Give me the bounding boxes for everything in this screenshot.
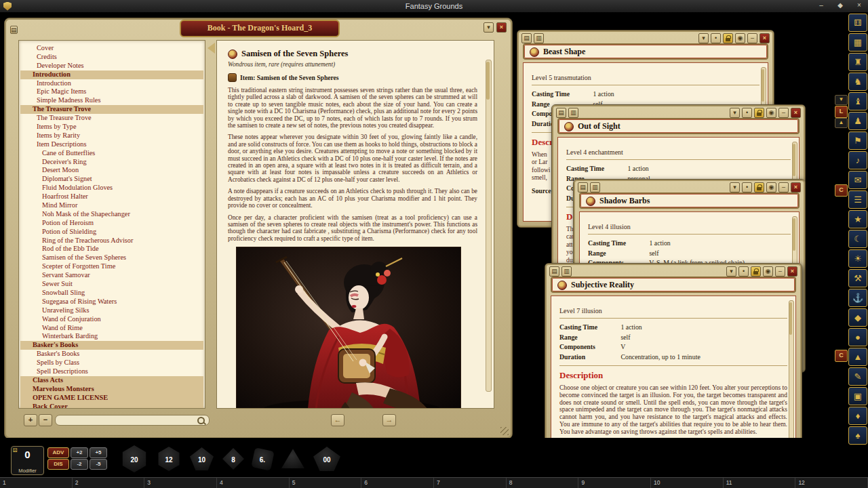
pointers-button[interactable]: ▲: [848, 348, 867, 366]
toc-item[interactable]: Hoarfrost Halter: [19, 192, 205, 201]
combat-tracker-button[interactable]: ●: [848, 328, 867, 346]
plus5-button[interactable]: +5: [90, 447, 107, 458]
treasure-button[interactable]: ♦: [848, 407, 867, 425]
bookmark-icon[interactable]: •: [738, 266, 749, 277]
toc-item[interactable]: Fluid Modulation Gloves: [19, 184, 205, 192]
pin-icon[interactable]: ▾: [730, 182, 740, 192]
sidebar-tab-l[interactable]: L: [835, 106, 848, 118]
hotkey-slot[interactable]: 9: [578, 478, 651, 488]
weather-button[interactable]: ☀: [848, 249, 867, 268]
library-button[interactable]: ☰: [848, 190, 867, 209]
lock-icon[interactable]: [754, 108, 764, 118]
forge-button[interactable]: ⚒: [848, 269, 867, 287]
restore-button[interactable]: ◆: [834, 1, 846, 10]
anchors-button[interactable]: ⚓: [848, 289, 867, 307]
toc-item[interactable]: Basker's Books: [19, 350, 205, 359]
pin-icon[interactable]: ▾: [484, 22, 494, 33]
hotkey-slot[interactable]: 1: [0, 478, 73, 488]
toc-item[interactable]: Sewer Suit: [19, 280, 205, 289]
hotkey-slot[interactable]: 12: [795, 478, 868, 488]
toc-item[interactable]: Ring of the Treacherous Advisor: [19, 237, 205, 245]
lighting-button[interactable]: ☾: [848, 230, 867, 248]
dis-button[interactable]: DIS: [47, 459, 69, 470]
pin-icon[interactable]: ▾: [730, 108, 740, 118]
items-button[interactable]: ◆: [848, 308, 867, 327]
toc-item[interactable]: Noh Mask of the Shapechanger: [19, 210, 205, 219]
book-icon[interactable]: ▥: [568, 108, 578, 118]
toc-item[interactable]: Introduction: [20, 70, 203, 79]
toc-item[interactable]: Sugegasa of Rising Waters: [19, 298, 205, 306]
toc-item[interactable]: Basker's Books: [20, 341, 203, 350]
zoom-out-button[interactable]: −: [39, 414, 52, 426]
monsters-button[interactable]: ♝: [848, 92, 867, 110]
toc-item[interactable]: Class Acts: [20, 376, 203, 385]
close-button[interactable]: ×: [853, 1, 865, 10]
music-button[interactable]: ♪: [848, 151, 867, 169]
npcs-button[interactable]: ♞: [848, 73, 867, 91]
hotkey-slot[interactable]: 6: [361, 478, 434, 488]
book-window-title[interactable]: Book - The Dragon's Hoard_3: [180, 20, 340, 37]
toc-item[interactable]: Cane of Butterflies: [19, 149, 205, 158]
chevron-down-icon[interactable]: ▼: [835, 95, 848, 105]
toc-item[interactable]: OPEN GAME LICENSE: [20, 394, 203, 403]
maps-button[interactable]: ▣: [848, 387, 867, 405]
plus2-button[interactable]: +2: [71, 447, 88, 458]
minimize-icon[interactable]: –: [778, 108, 789, 118]
pin-icon[interactable]: ▾: [698, 33, 709, 43]
scrollbar-thumb[interactable]: [793, 218, 795, 251]
minimize-icon[interactable]: –: [778, 182, 789, 192]
minimize-icon[interactable]: –: [747, 33, 757, 43]
toc-item[interactable]: Diplomat's Signet: [19, 175, 205, 184]
toc-item[interactable]: Cover: [19, 44, 205, 53]
broadcast-icon[interactable]: ◉: [766, 108, 776, 118]
close-icon[interactable]: ×: [760, 33, 770, 43]
toc-item[interactable]: Potion of Heroism: [19, 219, 205, 228]
d12-die[interactable]: 12: [157, 447, 181, 471]
minus2-button[interactable]: -2: [71, 459, 88, 470]
toc-item[interactable]: Snowball Sling: [19, 289, 205, 298]
hotkey-slot[interactable]: 5: [290, 478, 362, 488]
quests-button[interactable]: ⚑: [848, 131, 867, 150]
bookmark-icon[interactable]: •: [742, 108, 752, 118]
toc-item[interactable]: Back Cover: [20, 403, 203, 409]
adv-button[interactable]: ADV: [47, 447, 69, 458]
chevron-up-icon[interactable]: ▲: [835, 118, 848, 128]
window-titlebar[interactable]: Fantasy Grounds –◆×: [0, 0, 868, 13]
broadcast-icon[interactable]: ◉: [766, 182, 776, 192]
lock-icon[interactable]: [754, 182, 764, 192]
broadcast-icon[interactable]: ◉: [763, 266, 773, 277]
toc-item[interactable]: Wand of Conjuration: [19, 315, 205, 324]
close-icon[interactable]: ×: [496, 22, 507, 33]
options-button[interactable]: ♠: [848, 426, 867, 445]
toc-item[interactable]: The Treasure Trove: [20, 105, 203, 114]
close-icon[interactable]: ×: [787, 266, 797, 277]
hotkey-slot[interactable]: 4: [217, 478, 290, 488]
sheet-icon[interactable]: ▤: [549, 266, 559, 277]
book-icon[interactable]: ▥: [534, 33, 544, 43]
spell-title-plaque[interactable]: Shadow Barbs: [579, 192, 800, 209]
hotkey-slot[interactable]: 8: [507, 478, 579, 488]
toc-item[interactable]: Credits: [19, 53, 205, 62]
toc-item[interactable]: Rod of the Ebb Tide: [19, 245, 205, 253]
hotkey-slot[interactable]: 11: [724, 478, 796, 488]
toc-item[interactable]: Spell Descriptions: [19, 367, 205, 376]
book-icon[interactable]: ▥: [590, 182, 600, 192]
minus5-button[interactable]: -5: [90, 459, 107, 470]
notes-button[interactable]: ✎: [848, 367, 867, 386]
messages-button[interactable]: ✉: [848, 171, 867, 189]
article-scrollbar[interactable]: [486, 60, 492, 392]
spell-title-plaque[interactable]: Subjective Reality: [551, 277, 796, 293]
d20-die[interactable]: 20: [121, 445, 148, 472]
sheet-icon[interactable]: ▤: [556, 108, 566, 118]
characters-button[interactable]: ♟: [848, 112, 867, 130]
toc-item[interactable]: Potion of Shielding: [19, 228, 205, 237]
dice-tower-button[interactable]: ⚅: [848, 14, 867, 32]
item-link[interactable]: Item: Samisen of the Seven Spheres: [228, 73, 477, 82]
d8-die[interactable]: 8: [222, 448, 244, 470]
zoom-slider[interactable]: [55, 415, 210, 426]
calendar-button[interactable]: ▦: [848, 33, 867, 52]
toc-item[interactable]: Spells by Class: [19, 359, 205, 367]
scrollbar-thumb[interactable]: [762, 69, 764, 102]
sheet-icon[interactable]: ▤: [10, 26, 18, 34]
broadcast-icon[interactable]: ◉: [735, 33, 745, 43]
